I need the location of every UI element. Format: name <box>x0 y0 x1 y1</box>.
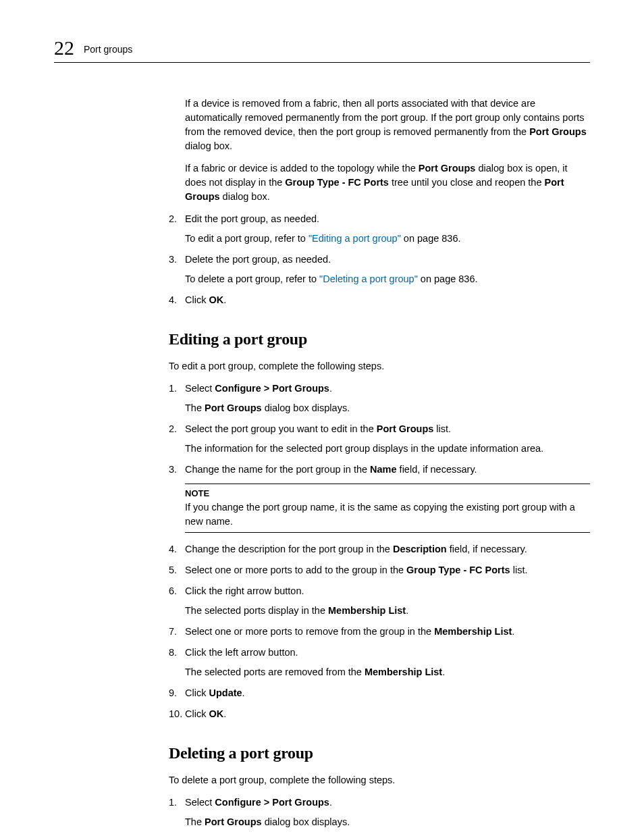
heading-editing-port-group: Editing a port group <box>169 328 590 351</box>
term-name: Name <box>370 464 397 475</box>
step-number: 1. <box>169 796 185 829</box>
text: field, if necessary. <box>397 464 477 475</box>
text: . <box>442 667 445 677</box>
text: To delete a port group, refer to <box>185 273 319 284</box>
text: Select <box>185 383 215 394</box>
term-group-type-fc-ports: Group Type - FC Ports <box>406 565 510 575</box>
step-number: 2. <box>169 422 185 456</box>
text: Select one or more ports to remove from … <box>185 626 434 637</box>
text: dialog box. <box>185 140 232 151</box>
editing-step-4: 4. Change the description for the port g… <box>169 542 590 556</box>
text: . <box>223 708 226 719</box>
substep-text: The information for the selected port gr… <box>185 442 590 456</box>
section-title: Port groups <box>84 43 132 56</box>
text: dialog box displays. <box>262 402 350 413</box>
text: . <box>329 383 332 394</box>
term-group-type-fc-ports: Group Type - FC Ports <box>285 177 389 188</box>
editing-step-2: 2. Select the port group you want to edi… <box>169 422 590 456</box>
text: list. <box>433 423 451 434</box>
step-4: 4. Click OK. <box>169 293 590 307</box>
term-port-groups: Port Groups <box>205 402 262 413</box>
term-description: Description <box>393 544 447 554</box>
text: on page 836. <box>418 273 478 284</box>
editing-intro: To edit a port group, complete the follo… <box>169 359 590 373</box>
term-configure-port-groups: Configure > Port Groups <box>215 383 329 394</box>
text: The <box>185 402 205 413</box>
editing-step-1: 1. Select Configure > Port Groups. The P… <box>169 382 590 415</box>
deleting-intro: To delete a port group, complete the fol… <box>169 773 590 787</box>
text: Change the name for the port group in th… <box>185 464 370 475</box>
text: on page 836. <box>401 233 461 244</box>
text: dialog box. <box>220 191 270 202</box>
text: If a fabric or device is added to the to… <box>185 163 419 174</box>
term-ok: OK <box>209 708 223 719</box>
note-label: NOTE <box>185 488 590 500</box>
term-membership-list: Membership List <box>434 626 512 637</box>
text: Change the description for the port grou… <box>185 544 393 554</box>
text: dialog box displays. <box>262 816 350 827</box>
heading-deleting-port-group: Deleting a port group <box>169 741 590 765</box>
text: tree until you close and reopen the <box>389 177 545 188</box>
step-text: Click the right arrow button. <box>185 585 304 596</box>
term-configure-port-groups: Configure > Port Groups <box>215 797 329 808</box>
text: . <box>242 687 245 698</box>
text: Select the port group you want to edit i… <box>185 423 377 434</box>
step-text: Edit the port group, as needed. <box>185 213 319 224</box>
step-number: 3. <box>169 463 185 477</box>
step-number: 4. <box>169 542 185 556</box>
text: field, if necessary. <box>447 544 527 554</box>
text: Click <box>185 687 209 698</box>
term-port-groups: Port Groups <box>529 126 587 137</box>
step-2: 2. Edit the port group, as needed. To ed… <box>169 212 590 246</box>
editing-step-3: 3. Change the name for the port group in… <box>169 463 590 477</box>
step-number: 6. <box>169 584 185 618</box>
term-membership-list: Membership List <box>328 605 406 616</box>
page: 22 Port groups If a device is removed fr… <box>0 0 644 834</box>
deleting-step-1: 1. Select Configure > Port Groups. The P… <box>169 796 590 829</box>
term-port-groups: Port Groups <box>419 163 476 174</box>
editing-step-10: 10. Click OK. <box>169 707 590 721</box>
step-number: 8. <box>169 646 185 679</box>
link-deleting-port-group[interactable]: "Deleting a port group" <box>319 273 418 284</box>
text: list. <box>510 565 528 575</box>
text: . <box>406 605 408 616</box>
intro-paragraph-2: If a fabric or device is added to the to… <box>185 161 590 204</box>
text: The selected ports are removed from the <box>185 667 365 677</box>
term-port-groups: Port Groups <box>205 816 262 827</box>
editing-step-5: 5. Select one or more ports to add to th… <box>169 563 590 577</box>
text: The selected ports display in the <box>185 605 328 616</box>
term-update: Update <box>209 687 242 698</box>
text: . <box>223 294 226 305</box>
step-text: Click the left arrow button. <box>185 647 298 658</box>
step-number: 4. <box>169 293 185 307</box>
body-content: If a device is removed from a fabric, th… <box>169 97 590 829</box>
step-3: 3. Delete the port group, as needed. To … <box>169 253 590 286</box>
step-number: 2. <box>169 212 185 246</box>
chapter-number: 22 <box>54 38 74 58</box>
step-number: 10. <box>169 707 185 721</box>
page-header: 22 Port groups <box>54 38 590 63</box>
intro-paragraph-1: If a device is removed from a fabric, th… <box>185 97 590 153</box>
text: Select one or more ports to add to the g… <box>185 565 406 575</box>
text: . <box>329 797 332 808</box>
step-text: Delete the port group, as needed. <box>185 254 331 265</box>
step-number: 3. <box>169 253 185 286</box>
text: Click <box>185 294 209 305</box>
text: . <box>512 626 514 637</box>
term-membership-list: Membership List <box>365 667 442 677</box>
editing-step-9: 9. Click Update. <box>169 686 590 700</box>
text: The <box>185 816 205 827</box>
step-number: 1. <box>169 382 185 415</box>
term-port-groups: Port Groups <box>377 423 434 434</box>
text: Select <box>185 797 215 808</box>
note-text: If you change the port group name, it is… <box>185 500 590 529</box>
text: Click <box>185 708 209 719</box>
step-number: 7. <box>169 625 185 639</box>
text: If a device is removed from a fabric, th… <box>185 98 585 137</box>
step-number: 5. <box>169 563 185 577</box>
text: To edit a port group, refer to <box>185 233 308 244</box>
editing-step-6: 6. Click the right arrow button. The sel… <box>169 584 590 618</box>
editing-step-7: 7. Select one or more ports to remove fr… <box>169 625 590 639</box>
step-number: 9. <box>169 686 185 700</box>
link-editing-port-group[interactable]: "Editing a port group" <box>308 233 401 244</box>
